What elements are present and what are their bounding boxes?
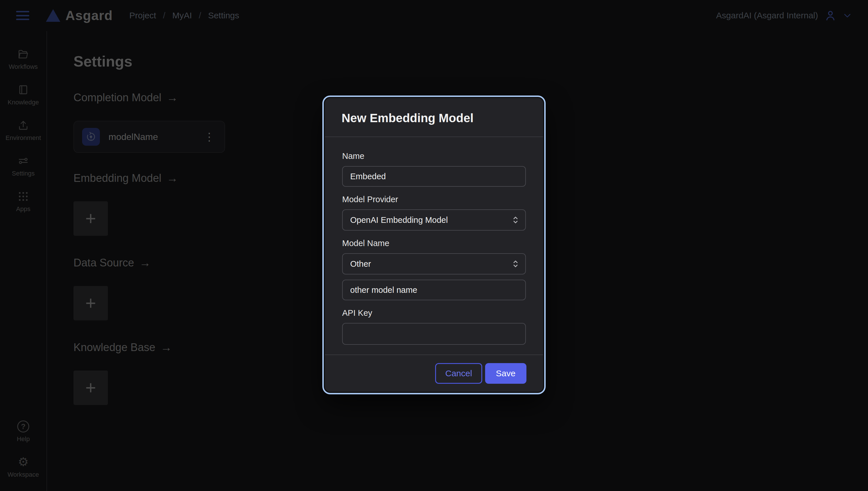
select-chevrons-icon [512,215,519,225]
name-input[interactable] [342,166,526,187]
model-provider-label: Model Provider [342,195,526,204]
model-name-value: Other [350,259,371,269]
dialog-title: New Embedding Model [342,111,526,125]
name-label: Name [342,151,526,161]
dialog-footer: Cancel Save [325,354,543,392]
model-name-select[interactable]: Other [342,253,526,275]
new-embedding-model-dialog: New Embedding Model Name Model Provider … [324,97,544,393]
select-chevrons-icon [512,259,519,269]
dialog-header: New Embedding Model [325,98,543,137]
model-provider-select[interactable]: OpenAI Embedding Model [342,209,526,231]
api-key-input[interactable] [342,323,526,345]
app-page: Asgard Project / MyAI / Settings AsgardA… [0,0,868,491]
other-model-name-input[interactable] [342,280,526,300]
save-button[interactable]: Save [485,363,526,384]
cancel-button[interactable]: Cancel [435,363,482,384]
dialog-body: Name Model Provider OpenAI Embedding Mod… [325,137,543,354]
api-key-label: API Key [342,308,526,318]
model-name-label: Model Name [342,239,526,248]
model-provider-value: OpenAI Embedding Model [350,215,448,225]
